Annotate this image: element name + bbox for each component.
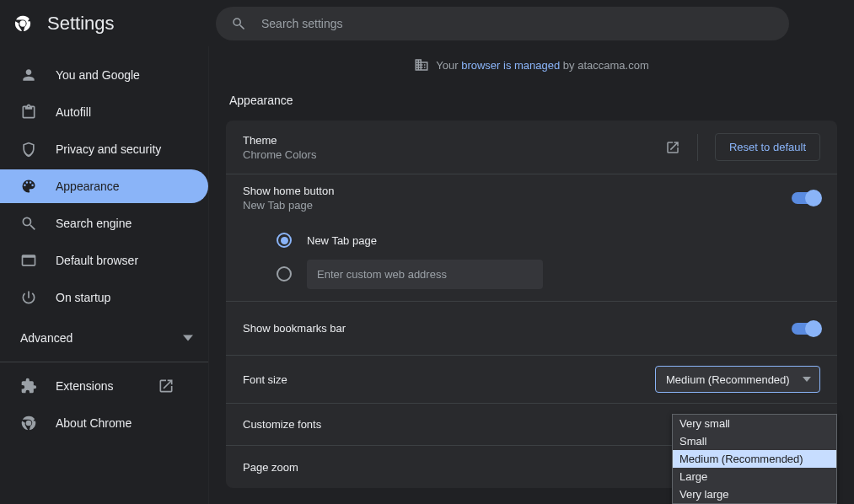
header: Settings <box>0 0 854 46</box>
dropdown-option[interactable]: Very small <box>673 415 836 432</box>
search-icon <box>231 16 246 31</box>
sidebar-item-privacy[interactable]: Privacy and security <box>0 132 208 166</box>
theme-sub: Chrome Colors <box>243 148 665 161</box>
theme-label: Theme <box>243 134 665 147</box>
chrome-logo-icon <box>13 14 32 33</box>
open-external-icon <box>665 140 680 155</box>
chevron-down-icon <box>183 333 193 343</box>
chrome-icon <box>20 415 37 432</box>
sidebar-item-extensions[interactable]: Extensions <box>0 369 208 403</box>
managed-link[interactable]: browser is managed <box>461 59 560 72</box>
home-button-sub: New Tab page <box>243 199 792 212</box>
sidebar-item-about[interactable]: About Chrome <box>0 406 208 440</box>
sidebar-item-label: Default browser <box>56 254 138 267</box>
clipboard-icon <box>20 104 37 121</box>
sidebar-item-default-browser[interactable]: Default browser <box>0 244 208 277</box>
dropdown-option[interactable]: Very large <box>673 485 836 503</box>
power-icon <box>20 289 37 306</box>
font-size-row: Font size Medium (Recommended) <box>226 356 837 404</box>
sidebar-item-appearance[interactable]: Appearance <box>0 169 208 203</box>
radio-custom-url[interactable] <box>277 266 292 281</box>
custom-url-input[interactable] <box>307 260 543 289</box>
search-icon <box>20 215 37 232</box>
search-bar[interactable] <box>216 7 789 40</box>
sidebar-item-label: Privacy and security <box>56 142 161 156</box>
bookmarks-toggle[interactable] <box>792 323 820 335</box>
building-icon <box>414 57 429 72</box>
font-size-label: Font size <box>243 373 655 386</box>
section-heading: Appearance <box>229 94 837 107</box>
home-button-row: Show home button New Tab page <box>226 174 837 215</box>
layout: You and Google Autofill Privacy and secu… <box>0 46 854 504</box>
sidebar-item-label: About Chrome <box>56 416 132 430</box>
divider <box>697 134 698 161</box>
home-button-options: New Tab page <box>226 215 837 296</box>
open-external-icon <box>158 378 175 394</box>
sidebar-item-startup[interactable]: On startup <box>0 281 208 314</box>
sidebar-item-autofill[interactable]: Autofill <box>0 95 208 129</box>
home-button-label: Show home button <box>243 185 792 197</box>
shield-icon <box>20 141 37 158</box>
sidebar-item-label: On startup <box>56 291 110 304</box>
extension-icon <box>20 378 37 394</box>
sidebar: You and Google Autofill Privacy and secu… <box>0 46 209 504</box>
dropdown-option[interactable]: Large <box>673 468 836 485</box>
sidebar-item-label: Search engine <box>56 217 132 230</box>
chevron-down-icon <box>803 375 811 383</box>
sidebar-item-label: Extensions <box>56 379 113 393</box>
sidebar-item-search-engine[interactable]: Search engine <box>0 206 208 240</box>
font-size-select[interactable]: Medium (Recommended) <box>655 366 820 393</box>
font-size-dropdown: Very small Small Medium (Recommended) La… <box>672 414 837 504</box>
page-title: Settings <box>47 13 216 35</box>
radio-new-tab-label: New Tab page <box>307 234 377 247</box>
bookmarks-label: Show bookmarks bar <box>243 322 792 335</box>
managed-banner: Your browser is managed by ataccama.com <box>226 46 837 83</box>
browser-icon <box>20 252 37 269</box>
dropdown-option-selected[interactable]: Medium (Recommended) <box>673 450 836 468</box>
content: Your browser is managed by ataccama.com … <box>209 46 854 504</box>
palette-icon <box>20 178 37 195</box>
advanced-toggle[interactable]: Advanced <box>0 321 208 355</box>
managed-text: Your browser is managed by ataccama.com <box>436 59 648 72</box>
advanced-label: Advanced <box>20 331 73 345</box>
home-button-toggle[interactable] <box>792 192 820 204</box>
person-icon <box>20 67 37 83</box>
separator <box>0 362 208 362</box>
bookmarks-row: Show bookmarks bar <box>226 302 837 356</box>
sidebar-item-you-and-google[interactable]: You and Google <box>0 58 208 92</box>
theme-row[interactable]: Theme Chrome Colors Reset to default <box>226 121 837 174</box>
reset-theme-button[interactable]: Reset to default <box>715 133 820 161</box>
sidebar-item-label: You and Google <box>56 68 140 82</box>
sidebar-item-label: Appearance <box>56 180 120 193</box>
dropdown-option[interactable]: Small <box>673 432 836 450</box>
sidebar-item-label: Autofill <box>56 105 91 119</box>
radio-new-tab[interactable] <box>277 233 292 248</box>
font-size-value: Medium (Recommended) <box>666 373 790 386</box>
search-input[interactable] <box>260 16 774 31</box>
